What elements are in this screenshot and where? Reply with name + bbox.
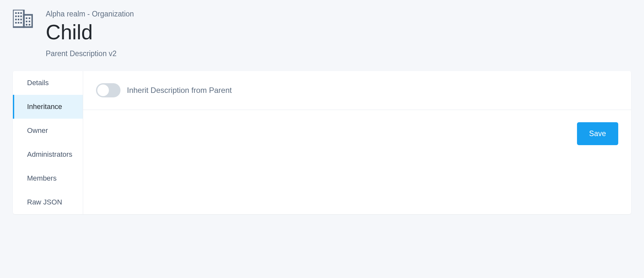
svg-rect-7 bbox=[20, 15, 22, 17]
svg-rect-1 bbox=[24, 15, 32, 27]
actions-bar: Save bbox=[83, 110, 631, 157]
page-container: Alpha realm - Organization Child Parent … bbox=[0, 0, 644, 214]
svg-rect-5 bbox=[15, 15, 17, 17]
svg-rect-8 bbox=[15, 19, 17, 20]
content-card: Details Inheritance Owner Administrators… bbox=[13, 71, 631, 214]
svg-rect-15 bbox=[29, 17, 30, 19]
tab-administrators[interactable]: Administrators bbox=[13, 143, 83, 166]
main-panel: Inherit Description from Parent Save bbox=[83, 71, 631, 214]
toggle-label: Inherit Description from Parent bbox=[127, 86, 232, 95]
svg-rect-18 bbox=[26, 24, 27, 25]
svg-rect-16 bbox=[26, 21, 27, 22]
sidebar-item-label: Owner bbox=[27, 126, 48, 134]
inherit-description-toggle[interactable] bbox=[96, 83, 120, 97]
page-header: Alpha realm - Organization Child Parent … bbox=[0, 0, 644, 68]
inherit-toggle-section: Inherit Description from Parent bbox=[83, 71, 631, 110]
breadcrumb: Alpha realm - Organization bbox=[46, 10, 134, 18]
svg-rect-6 bbox=[18, 15, 19, 17]
sidebar-item-label: Members bbox=[27, 174, 57, 182]
svg-rect-13 bbox=[20, 22, 22, 24]
svg-rect-4 bbox=[20, 12, 22, 14]
page-description: Parent Description v2 bbox=[46, 49, 134, 58]
svg-rect-2 bbox=[15, 12, 17, 14]
svg-rect-10 bbox=[20, 19, 22, 20]
tab-raw-json[interactable]: Raw JSON bbox=[13, 190, 83, 214]
page-title: Child bbox=[46, 21, 134, 44]
svg-rect-12 bbox=[18, 22, 19, 24]
tab-members[interactable]: Members bbox=[13, 166, 83, 190]
svg-rect-9 bbox=[18, 19, 19, 20]
svg-rect-17 bbox=[29, 21, 30, 22]
sidebar-tabs: Details Inheritance Owner Administrators… bbox=[13, 71, 83, 214]
tab-inheritance[interactable]: Inheritance bbox=[13, 95, 83, 119]
tab-details[interactable]: Details bbox=[13, 71, 83, 95]
sidebar-item-label: Raw JSON bbox=[27, 198, 62, 206]
svg-rect-11 bbox=[15, 22, 17, 24]
tab-owner[interactable]: Owner bbox=[13, 119, 83, 143]
sidebar-item-label: Administrators bbox=[27, 150, 72, 158]
save-button[interactable]: Save bbox=[577, 122, 618, 145]
organization-building-icon bbox=[13, 10, 33, 30]
svg-rect-3 bbox=[18, 12, 19, 14]
sidebar-item-label: Details bbox=[27, 79, 49, 87]
svg-rect-14 bbox=[26, 17, 27, 19]
header-text: Alpha realm - Organization Child Parent … bbox=[46, 10, 134, 58]
toggle-knob bbox=[97, 84, 109, 96]
svg-rect-19 bbox=[29, 24, 30, 25]
sidebar-item-label: Inheritance bbox=[27, 103, 62, 111]
